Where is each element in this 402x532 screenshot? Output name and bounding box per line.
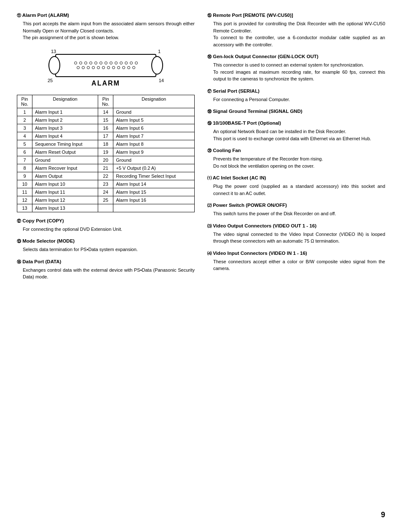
section-51: ⑮ Remote Port [REMOTE (WV-CU50)]This por… — [207, 13, 385, 48]
section-57: ⑴ AC Inlet Socket (AC IN)Plug the power … — [207, 175, 385, 197]
table-row: 7Ground20Ground — [17, 156, 195, 164]
section-56: ⑳ Cooling FanPrevents the temperature of… — [207, 148, 385, 169]
section-55-body: An optional Network Board can be install… — [213, 128, 385, 142]
dots-row-1 — [74, 61, 138, 64]
section-58-title: ⑵ Power Switch (POWER ON/OFF) — [207, 203, 385, 209]
section-55: ⑲ 10/100BASE-T Port (Optional)An optiona… — [207, 120, 385, 142]
connector-left-circle — [48, 56, 60, 75]
section-52-title: ⑯ Gen-lock Output Connector (GEN-LOCK OU… — [207, 54, 385, 60]
section-51-body: This port is provided for controlling th… — [213, 20, 385, 48]
pin-table-header-desig2: Designation — [113, 95, 195, 108]
table-row: 6Alarm Reset Output19Alarm Input 9 — [17, 148, 195, 156]
table-row: 4Alarm Input 417Alarm Input 7 — [17, 132, 195, 140]
section-47-num: ⑪ — [17, 13, 21, 18]
table-row: 12Alarm Input 1225Alarm Input 16 — [17, 196, 195, 204]
section-53-body: For connecting a Personal Computer. — [213, 96, 385, 103]
connector-right-circle — [151, 56, 163, 75]
section-50-title: ⑭ Data Port (DATA) — [17, 259, 195, 265]
section-60-title: ⑷ Video Input Connectors (VIDEO IN 1 - 1… — [207, 251, 385, 257]
table-row: 9Alarm Output22Recording Timer Select In… — [17, 172, 195, 180]
section-59-title: ⑶ Video Output Connectors (VIDEO OUT 1 -… — [207, 223, 385, 229]
section-47-body: This port accepts the alarm input from t… — [23, 20, 195, 41]
section-48-body: For connecting the optional DVD Extensio… — [23, 226, 195, 233]
section-54-title: ⑱ Signal Ground Terminal (SIGNAL GND) — [207, 109, 385, 115]
section-53-title: ⑰ Serial Port (SERIAL) — [207, 88, 385, 94]
section-48-title: ⑫ Copy Port (COPY) — [17, 218, 195, 224]
bottom-sections: ⑫ Copy Port (COPY) For connecting the op… — [17, 218, 195, 281]
pin-table-header-pin2: PinNo. — [98, 95, 113, 108]
section-47-title: ⑪ Alarm Port (ALARM) — [17, 13, 195, 19]
table-row: 2Alarm Input 215Alarm Input 5 — [17, 116, 195, 124]
diagram-wrap: 13 1 — [47, 49, 165, 87]
section-58: ⑵ Power Switch (POWER ON/OFF)This switch… — [207, 203, 385, 217]
section-48: ⑫ Copy Port (COPY) For connecting the op… — [17, 218, 195, 233]
section-52-body: This connector is used to connect an ext… — [213, 61, 385, 83]
table-row: 5Sequence Timing Input18Alarm Input 8 — [17, 140, 195, 148]
pin-table: PinNo. Designation PinNo. Designation 1A… — [17, 95, 195, 212]
diag-bottom-labels: 25 ALARM 14 — [47, 78, 165, 87]
table-row: 13Alarm Input 13 — [17, 204, 195, 212]
table-row: 10Alarm Input 1023Alarm Input 14 — [17, 180, 195, 188]
section-56-title: ⑳ Cooling Fan — [207, 148, 385, 154]
table-row: 3Alarm Input 316Alarm Input 6 — [17, 124, 195, 132]
section-60-body: These connectors accept either a color o… — [213, 258, 385, 272]
section-51-title: ⑮ Remote Port [REMOTE (WV-CU50)] — [207, 13, 385, 19]
right-column: ⑮ Remote Port [REMOTE (WV-CU50)]This por… — [207, 13, 385, 286]
section-52: ⑯ Gen-lock Output Connector (GEN-LOCK OU… — [207, 54, 385, 83]
section-50-body: Exchanges control data with the external… — [23, 267, 195, 281]
section-47: ⑪ Alarm Port (ALARM) This port accepts t… — [17, 13, 195, 41]
section-54: ⑱ Signal Ground Terminal (SIGNAL GND) — [207, 109, 385, 115]
section-57-body: Plug the power cord (supplied as a stand… — [213, 183, 385, 197]
table-row: 1Alarm Input 114Ground — [17, 108, 195, 116]
page-number: 9 — [381, 511, 385, 519]
section-49: ⑬ Mode Selector (MODE) Selects data term… — [17, 238, 195, 253]
section-59-body: The video signal connected to the Video … — [213, 231, 385, 245]
connector-box — [55, 54, 156, 77]
section-60: ⑷ Video Input Connectors (VIDEO IN 1 - 1… — [207, 251, 385, 272]
section-59: ⑶ Video Output Connectors (VIDEO OUT 1 -… — [207, 223, 385, 245]
section-57-title: ⑴ AC Inlet Socket (AC IN) — [207, 175, 385, 181]
section-50: ⑭ Data Port (DATA) Exchanges control dat… — [17, 259, 195, 281]
pin-table-header-desig1: Designation — [32, 95, 98, 108]
section-53: ⑰ Serial Port (SERIAL)For connecting a P… — [207, 88, 385, 103]
table-row: 11Alarm Input 1124Alarm Input 15 — [17, 188, 195, 196]
pin-table-header-pin1: PinNo. — [17, 95, 32, 108]
alarm-diagram: 13 1 — [47, 49, 165, 87]
left-column: ⑪ Alarm Port (ALARM) This port accepts t… — [17, 13, 195, 286]
diag-top-labels: 13 1 — [47, 49, 165, 54]
section-56-body: Prevents the temperature of the Recorder… — [213, 155, 385, 169]
section-55-title: ⑲ 10/100BASE-T Port (Optional) — [207, 120, 385, 126]
section-49-title: ⑬ Mode Selector (MODE) — [17, 238, 195, 244]
dots-row-2 — [77, 66, 135, 69]
section-58-body: This switch turns the power of the Disk … — [213, 210, 385, 217]
section-49-body: Selects data termination for PS•Data sys… — [23, 246, 195, 253]
table-row: 8Alarm Recover Input21+5 V Output (0.2 A… — [17, 164, 195, 172]
